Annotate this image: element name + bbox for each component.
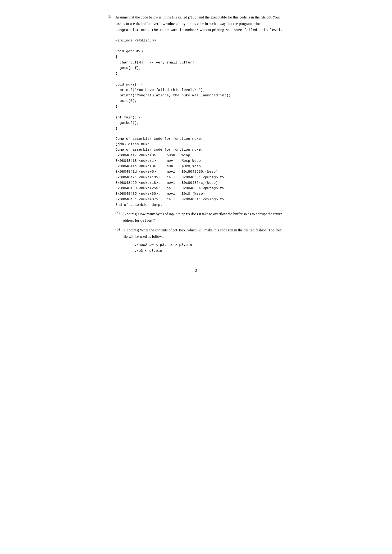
- question-3: 3. Assume that the code below is in the …: [108, 14, 284, 33]
- sub-a-label: (a): [115, 211, 123, 224]
- sub-b-label: (b): [115, 227, 123, 254]
- sub-b-text: (10 points) Write the contents of p3.hex…: [123, 227, 284, 254]
- getbuf-ref: getbuf: [140, 219, 153, 223]
- c-code-block: #include <stdlib.h> void getbuf() { char…: [115, 38, 284, 132]
- page-number: 3: [108, 268, 284, 273]
- failed-text: You have failed this level.: [225, 28, 283, 32]
- sub-question-b: (b) (10 points) Write the contents of p3…: [115, 227, 284, 254]
- congratulations-text: Congratulations, the nuke was launched!: [115, 28, 199, 32]
- sub-a-text: (5 points) How many bytes of input to ge…: [123, 211, 284, 224]
- cmd-block: ./hex2raw < p3.hex > p3.bin ./p3 < p3.bi…: [134, 242, 284, 254]
- question-intro: Assume that the code below is in the fil…: [115, 14, 284, 33]
- p3c-ref: p3.c: [188, 16, 197, 20]
- sub-question-a: (a) (5 points) How many bytes of input t…: [115, 211, 284, 224]
- p3-ref: p3: [267, 16, 271, 20]
- gets-ref: gets: [182, 213, 190, 216]
- p3hex-ref: p3.hex: [173, 229, 185, 233]
- question-number: 3.: [108, 14, 115, 33]
- asm-intro: Dump of assembler code for function nuke…: [115, 136, 284, 208]
